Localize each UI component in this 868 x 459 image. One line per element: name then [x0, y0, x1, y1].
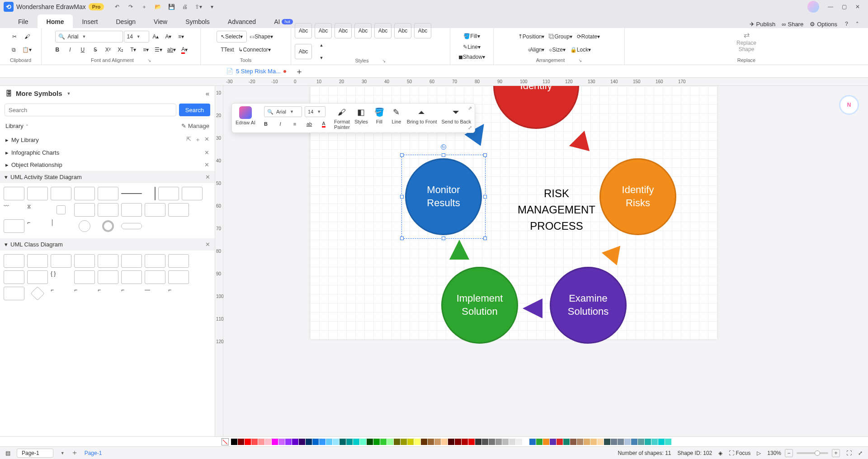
color-swatch[interactable] [251, 439, 258, 445]
color-swatch[interactable] [597, 439, 604, 445]
shape-thumb[interactable]: ⌐ [27, 219, 48, 233]
lock-menu[interactable]: 🔒 Lock ▾ [568, 44, 593, 56]
publish-button[interactable]: ✈ Publish [750, 21, 776, 28]
fullscreen-icon[interactable]: ⤢ [858, 450, 863, 456]
shape-thumb[interactable] [182, 187, 203, 200]
export-lib-icon[interactable]: ⇱ [186, 136, 191, 144]
color-swatch[interactable] [373, 439, 380, 445]
style-preset[interactable]: Abc [414, 23, 431, 38]
shadow-menu[interactable]: ◼ Shadow ▾ [457, 51, 487, 63]
tab-design[interactable]: Design [107, 14, 145, 28]
tab-view[interactable]: View [145, 14, 176, 28]
shape-thumb[interactable]: ⌐ [168, 287, 189, 300]
shape-thumb[interactable] [158, 187, 179, 200]
focus-mode[interactable]: ⛶ Focus [729, 450, 750, 456]
sidebar-title[interactable]: More Symbols [16, 90, 62, 97]
resize-handle[interactable] [442, 153, 445, 157]
text-tool[interactable]: T Text [219, 44, 236, 56]
color-swatch[interactable] [482, 439, 488, 445]
shape-thumb[interactable] [4, 254, 24, 268]
group-menu[interactable]: ⿻ Group ▾ [547, 31, 574, 43]
arrow-purple[interactable] [523, 298, 542, 318]
color-swatch[interactable] [550, 439, 556, 445]
ai-icon[interactable] [239, 106, 252, 119]
align-menu[interactable]: ⫞ Align ▾ [525, 44, 547, 56]
no-fill-icon[interactable] [222, 438, 229, 445]
styles-group-expand-icon[interactable]: ↘ [382, 58, 386, 63]
add-lib-icon[interactable]: ＋ [195, 136, 201, 144]
qat-more-icon[interactable]: ▾ [206, 1, 218, 13]
color-swatch[interactable] [401, 439, 407, 445]
presentation-icon[interactable]: ▷ [757, 450, 761, 456]
infographic-item[interactable]: ▸ Infographic Charts✕ [0, 147, 215, 159]
color-swatch[interactable] [618, 439, 624, 445]
help-icon[interactable]: ？ [844, 20, 849, 28]
format-painter-icon[interactable]: 🖌 [336, 106, 348, 118]
shape-thumb[interactable] [98, 254, 118, 268]
shape-thumb[interactable]: ⧖ [27, 203, 48, 217]
style-preset[interactable]: Abc [335, 23, 352, 38]
color-swatch[interactable] [231, 439, 237, 445]
color-swatch[interactable] [346, 439, 353, 445]
color-swatch[interactable] [590, 439, 597, 445]
shape-thumb[interactable] [4, 219, 24, 233]
search-button[interactable]: Search [179, 104, 210, 116]
collapse-sidebar-icon[interactable]: « [206, 90, 209, 97]
circle-identify-top[interactable]: Identify [493, 86, 579, 129]
tab-home[interactable]: Home [38, 14, 73, 28]
center-title[interactable]: RISK MANAGEMENT PROCESS [495, 185, 618, 234]
color-swatch[interactable] [665, 439, 671, 445]
zoom-out-icon[interactable]: − [785, 449, 793, 457]
style-preset[interactable]: Abc [295, 44, 312, 59]
color-swatch[interactable] [434, 439, 441, 445]
float-highlight-icon[interactable]: ab [303, 118, 315, 130]
color-swatch[interactable] [495, 439, 502, 445]
float-bold-icon[interactable]: B [260, 118, 272, 130]
expand-icon[interactable]: ⤢ [468, 125, 472, 131]
arrow-red[interactable] [569, 131, 597, 159]
arrangement-group-expand-icon[interactable]: ↘ [578, 58, 582, 63]
uml-activity-header[interactable]: ▾ UML Activity State Diagram✕ [0, 171, 215, 183]
shape-thumb[interactable] [27, 187, 48, 200]
float-size-combo[interactable]: 14▼ [305, 106, 326, 117]
maximize-icon[interactable]: ▢ [838, 1, 850, 13]
new-icon[interactable]: ＋ [138, 1, 150, 13]
shape-thumb[interactable] [121, 254, 142, 268]
color-swatch[interactable] [245, 439, 251, 445]
color-swatch[interactable] [285, 439, 292, 445]
color-swatch[interactable] [367, 439, 373, 445]
tab-insert[interactable]: Insert [73, 14, 107, 28]
add-doc-tab-icon[interactable]: ＋ [293, 66, 305, 77]
color-swatch[interactable] [265, 439, 271, 445]
resize-handle[interactable] [483, 195, 487, 199]
subscript-icon[interactable]: X₂ [115, 44, 127, 56]
color-swatch[interactable] [584, 439, 590, 445]
color-swatch[interactable] [340, 439, 346, 445]
add-page-icon[interactable]: ＋ [71, 448, 78, 458]
styles-down-icon[interactable]: ▼ [316, 52, 327, 64]
color-swatch[interactable] [380, 439, 387, 445]
tab-file[interactable]: File [9, 14, 38, 28]
size-menu[interactable]: ⟐ Size ▾ [547, 44, 567, 56]
page-selector[interactable]: Page-1 [17, 449, 53, 458]
color-swatch[interactable] [658, 439, 665, 445]
shape-thumb[interactable] [51, 187, 71, 200]
color-swatch[interactable] [509, 439, 515, 445]
shape-thumb[interactable]: 〰 [4, 203, 24, 217]
color-swatch[interactable] [278, 439, 285, 445]
color-swatch[interactable] [651, 439, 658, 445]
color-swatch[interactable] [421, 439, 427, 445]
text-highlight-icon[interactable]: ab▾ [165, 44, 178, 56]
float-styles-icon[interactable]: ◧ [355, 106, 367, 118]
color-swatch[interactable] [448, 439, 454, 445]
color-swatch[interactable] [394, 439, 400, 445]
close-window-icon[interactable]: ✕ [852, 1, 863, 13]
undo-icon[interactable]: ↶ [111, 1, 123, 13]
tab-advanced[interactable]: Advanced [219, 14, 265, 28]
shape-thumb[interactable] [74, 203, 95, 217]
color-swatch[interactable] [455, 439, 461, 445]
zoom-in-icon[interactable]: ＋ [832, 449, 840, 457]
close-icon[interactable]: ✕ [205, 174, 210, 180]
color-swatch[interactable] [468, 439, 475, 445]
font-combo[interactable]: 🔍 Arial▼ [55, 31, 123, 43]
